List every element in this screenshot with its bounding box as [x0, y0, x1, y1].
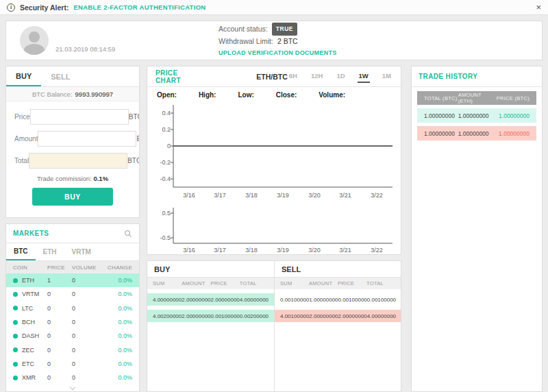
coin-dot-icon [13, 320, 18, 325]
market-row-xmr[interactable]: XMR 0 0 0.0% [6, 371, 139, 384]
orderbook-panel: BUY SUM AMOUNT PRICE TOTAL 4.00000000 2.… [147, 260, 401, 392]
markets-tab-eth[interactable]: ETH [36, 243, 64, 260]
market-row-dash[interactable]: DASH 0 0 0.0% [6, 329, 139, 343]
chevron-down-icon [70, 384, 75, 390]
account-status-label: Account status: [219, 23, 268, 35]
market-row-ltc[interactable]: LTC 0 0 0.0% [6, 302, 139, 315]
orderbook-buy-header: SUM AMOUNT PRICE TOTAL [147, 278, 274, 289]
timeframe-group: 6H 12H 1D 1W 1M [288, 70, 393, 83]
orderbook-buy: BUY SUM AMOUNT PRICE TOTAL 4.00000000 2.… [147, 261, 274, 391]
withdrawal-limit-value: 2 BTC [277, 36, 298, 47]
orderbook-buy-row: 4.00200000 2.00000000 0.00100000 0.00200… [147, 310, 274, 322]
amount-input[interactable] [38, 131, 136, 147]
open-label: Open: [157, 91, 177, 99]
markets-panel: MARKETS BTC ETH VRTM COIN PRICE VOLUME C… [5, 223, 140, 392]
svg-text:-0.5: -0.5 [160, 234, 171, 241]
market-row-eth[interactable]: ETH 1 0 0.0% [6, 273, 139, 287]
price-label: Price [14, 113, 30, 121]
trade-history-header: TOTAL (BTC) AMOUNT (ETH) PRICE (BTC) [417, 91, 536, 105]
price-chart-title: PRICE CHART [155, 69, 184, 84]
orderbook-sell-row: 4.00100000 2.00000000 2.00000000 4.00000… [275, 310, 401, 322]
high-label: High: [199, 91, 216, 99]
tab-buy[interactable]: BUY [6, 66, 41, 86]
account-status-badge: TRUE [272, 23, 297, 36]
user-block: 21.03.2019 08:14:59 [20, 26, 219, 55]
svg-text:3/22: 3/22 [371, 247, 383, 254]
market-row-zec[interactable]: ZEC 0 0 0.0% [6, 343, 139, 357]
amount-unit: ETH [136, 135, 140, 143]
coin-dot-icon [13, 334, 18, 339]
total-unit: BTC [127, 157, 140, 164]
volume-chart[interactable]: 0.5 -0.5 3/16 3/17 3/18 3/19 3/20 3/21 3… [147, 205, 401, 255]
markets-scroll-hint[interactable] [6, 385, 139, 391]
svg-text:3/16: 3/16 [183, 247, 195, 254]
timeframe-6h[interactable]: 6H [288, 70, 299, 83]
svg-text:-0.4: -0.4 [160, 175, 171, 182]
upload-verification-link[interactable]: UPLOAD VERIFICATION DOCUMENTS [219, 47, 337, 59]
svg-text:0.5: 0.5 [162, 210, 171, 217]
svg-text:-0.2: -0.2 [160, 159, 171, 166]
orderbook-sell: SELL SUM AMOUNT PRICE TOTAL 0.00100000 1… [274, 261, 401, 391]
buy-button[interactable]: BUY [32, 188, 113, 206]
low-label: Low: [238, 91, 253, 99]
svg-text:3/21: 3/21 [339, 192, 351, 199]
trade-history-row: 1.00000000 1.00000000 1.00000000 [417, 108, 536, 123]
trade-commission: Trade commission: 0.1% [14, 175, 131, 182]
markets-tab-vrtm[interactable]: VRTM [64, 243, 99, 260]
status-block: Account status: TRUE Withdrawal Limit: 2… [219, 23, 337, 59]
volume-label: Volume: [319, 91, 345, 99]
svg-text:0.4: 0.4 [162, 110, 171, 117]
market-row-bch[interactable]: BCH 0 0 0.0% [6, 315, 139, 329]
svg-text:3/20: 3/20 [308, 247, 321, 254]
svg-text:3/21: 3/21 [339, 247, 351, 254]
info-icon [7, 3, 15, 12]
btc-balance-label: BTC Balance: [32, 90, 73, 98]
svg-text:3/22: 3/22 [371, 192, 383, 199]
orderbook-sell-title: SELL [275, 261, 401, 278]
timeframe-1m[interactable]: 1M [381, 70, 393, 83]
btc-balance: BTC Balance: 9993.990997 [6, 87, 139, 101]
markets-tab-btc[interactable]: BTC [6, 243, 36, 260]
timeframe-12h[interactable]: 12H [310, 70, 324, 83]
trade-commission-value: 0.1% [93, 175, 108, 182]
trade-tabs: BUY SELL [6, 66, 139, 87]
market-row-etc[interactable]: ETC 0 0 0.0% [6, 357, 139, 371]
timeframe-1w[interactable]: 1W [358, 70, 370, 83]
orderbook-sell-header: SUM AMOUNT PRICE TOTAL [275, 278, 401, 289]
markets-title: MARKETS [13, 230, 49, 237]
main-chart[interactable]: 0.4 0.2 0 -0.2 -0.4 3/16 3/17 3/18 3/19 … [147, 102, 401, 205]
total-input [29, 153, 127, 169]
svg-text:3/19: 3/19 [277, 247, 289, 254]
avatar [20, 26, 49, 55]
trade-history-row: 1.00000000 1.00000000 1.00000000 [417, 126, 536, 140]
svg-text:0: 0 [167, 143, 171, 149]
withdrawal-limit-label: Withdrawal Limit: [219, 36, 273, 47]
timeframe-1d[interactable]: 1D [335, 70, 346, 83]
total-label: Total [14, 157, 29, 164]
market-row-vrtm[interactable]: VRTM 0 0 0.0% [6, 287, 139, 301]
close-label: Close: [276, 91, 297, 99]
orderbook-sell-row: 0.00100000 1.00000000 0.00100000 0.00100… [275, 293, 401, 306]
svg-text:3/19: 3/19 [277, 192, 289, 199]
svg-text:3/18: 3/18 [245, 247, 258, 254]
svg-text:3/20: 3/20 [308, 192, 321, 199]
trade-history-panel: TRADE HISTORY TOTAL (BTC) AMOUNT (ETH) P… [411, 66, 543, 392]
coin-dot-icon [13, 292, 18, 297]
alert-title: Security Alert: [20, 3, 68, 12]
pair-label: ETH/BTC [256, 73, 288, 81]
price-input[interactable] [30, 109, 129, 125]
price-unit: BTC [129, 113, 140, 121]
close-icon[interactable]: × [536, 3, 541, 12]
svg-text:3/17: 3/17 [214, 247, 226, 254]
svg-text:3/17: 3/17 [214, 192, 226, 199]
price-chart-panel: PRICE CHART ETH/BTC 6H 12H 1D 1W 1M Open… [147, 66, 401, 255]
coin-dot-icon [13, 278, 18, 283]
orderbook-buy-row: 4.00000000 2.00000000 2.00000000 4.00000… [147, 293, 274, 306]
trade-history-title: TRADE HISTORY [419, 73, 477, 80]
enable-2fa-link[interactable]: ENABLE 2-FACTOR AUTHENTIFICATION [73, 3, 206, 11]
svg-text:0.2: 0.2 [162, 126, 171, 133]
tab-sell[interactable]: SELL [41, 66, 79, 86]
btc-balance-value: 9993.990997 [75, 90, 113, 98]
search-icon[interactable] [124, 230, 132, 238]
login-timestamp: 21.03.2019 08:14:59 [55, 45, 115, 55]
